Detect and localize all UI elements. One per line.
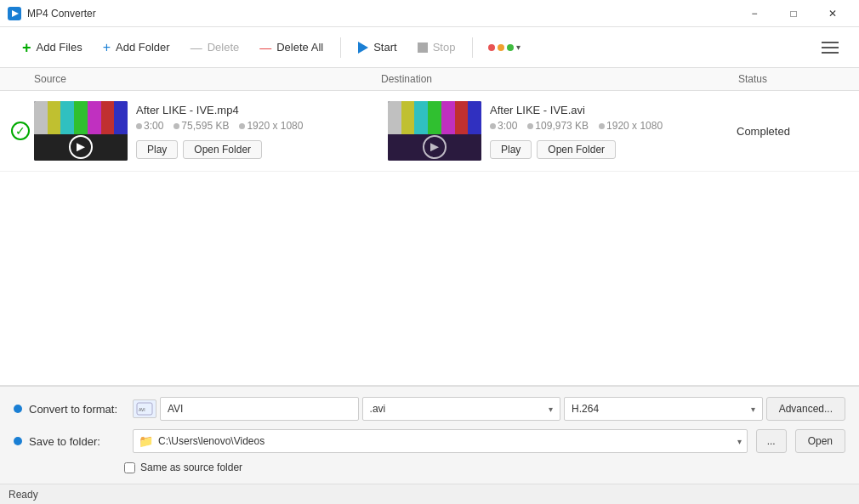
add-files-label: Add Files	[37, 41, 82, 54]
window-controls: − □ ✕	[735, 0, 852, 27]
dot-orange	[498, 44, 504, 51]
svg-text:AVI: AVI	[139, 407, 145, 412]
source-open-folder-button[interactable]: Open Folder	[183, 140, 262, 159]
dest-bar-3	[414, 101, 428, 134]
test-bars	[34, 101, 128, 134]
app-icon	[7, 6, 22, 21]
dots-menu[interactable]: ▾	[481, 37, 527, 57]
add-folder-label: Add Folder	[116, 41, 170, 54]
dest-bar-7	[468, 101, 481, 134]
thumb-logo	[69, 135, 93, 159]
source-file-info: After LIKE - IVE.mp4 3:00 75,595 KB 1920…	[136, 104, 303, 159]
dots-chevron: ▾	[516, 42, 521, 52]
separator-2	[472, 37, 473, 58]
same-as-source-label[interactable]: Same as source folder	[140, 462, 242, 473]
hamburger-line-1	[822, 42, 839, 43]
delete-button[interactable]: — Delete	[182, 36, 248, 59]
format-ext-select-wrapper: .avi ▾ .avi	[362, 397, 561, 421]
file-source: After LIKE - IVE.mp4 3:00 75,595 KB 1920…	[34, 101, 381, 161]
dest-open-folder-button[interactable]: Open Folder	[537, 140, 616, 159]
bar-7	[114, 101, 128, 134]
header-destination: Destination	[374, 73, 731, 85]
folder-input-wrapper: 📁 C:\Users\lenovo\Videos ▾ C:\Users\leno…	[133, 429, 748, 453]
dest-file-meta: 3:00 109,973 KB 1920 x 1080	[490, 120, 663, 132]
bar-3	[60, 101, 74, 134]
add-folder-button[interactable]: + Add Folder	[94, 35, 179, 60]
status-bar: Ready	[0, 484, 859, 504]
dest-bar-2	[401, 101, 415, 134]
hamburger-line-2	[822, 47, 839, 48]
browse-button[interactable]: ...	[756, 429, 787, 453]
dest-thumb-play	[430, 143, 439, 151]
header-status: Status	[731, 73, 859, 85]
start-button[interactable]: Start	[350, 36, 405, 59]
maximize-button[interactable]: □	[774, 0, 813, 27]
bar-6	[101, 101, 115, 134]
dest-test-bottom	[388, 134, 481, 161]
dest-test-pattern	[388, 101, 481, 161]
dest-test-bars	[388, 101, 481, 134]
title-bar: MP4 Converter − □ ✕	[0, 0, 859, 27]
bar-1	[34, 101, 48, 134]
app-title: MP4 Converter	[27, 8, 735, 20]
format-label: Convert to format:	[29, 403, 117, 416]
dest-thumbnail	[388, 101, 481, 161]
dest-file-actions: Play Open Folder	[490, 140, 663, 159]
hamburger-menu[interactable]	[815, 35, 845, 60]
add-folder-icon: +	[103, 40, 111, 55]
dest-meta-dot-2: 109,973 KB	[527, 120, 589, 132]
file-check[interactable]: ✓	[7, 122, 34, 140]
source-play-button[interactable]: Play	[136, 140, 178, 159]
delete-all-button[interactable]: — Delete All	[251, 36, 332, 59]
open-button[interactable]: Open	[795, 429, 845, 453]
dest-meta-dot-3: 1920 x 1080	[599, 120, 663, 132]
file-status: Completed	[730, 125, 852, 138]
hamburger-line-3	[822, 52, 839, 54]
format-dot	[14, 405, 22, 413]
folder-label-group: Save to folder:	[14, 435, 124, 448]
format-select-group: AVI AVI AVI .avi ▾ .avi	[133, 397, 845, 421]
delete-label: Delete	[208, 41, 240, 54]
file-list: ✓	[0, 91, 859, 386]
table-row: ✓	[0, 91, 859, 172]
dest-bar-5	[441, 101, 455, 134]
folder-label: Save to folder:	[29, 435, 100, 448]
add-files-button[interactable]: + Add Files	[14, 35, 91, 60]
dest-play-button[interactable]: Play	[490, 140, 532, 159]
format-row: Convert to format: AVI AVI AVI .avi	[14, 397, 845, 421]
source-file-meta: 3:00 75,595 KB 1920 x 1080	[136, 120, 303, 132]
status-completed-text: Completed	[737, 125, 790, 138]
dest-bar-4	[428, 101, 441, 134]
toolbar: + Add Files + Add Folder — Delete — Dele…	[0, 27, 859, 68]
check-circle-icon: ✓	[11, 122, 30, 140]
source-file-name: After LIKE - IVE.mp4	[136, 104, 303, 116]
dest-file-name: After LIKE - IVE.avi	[490, 104, 663, 116]
format-name-select-wrapper: AVI AVI	[160, 397, 359, 421]
stop-button[interactable]: Stop	[409, 36, 464, 59]
minimize-button[interactable]: −	[735, 0, 774, 27]
header-source: Source	[0, 73, 374, 85]
source-meta-dot-3: 1920 x 1080	[239, 120, 303, 132]
delete-all-label: Delete All	[276, 41, 323, 54]
close-button[interactable]: ✕	[813, 0, 852, 27]
codec-select-wrapper: H.264 ▾ H.264	[564, 397, 763, 421]
dest-bar-1	[388, 101, 401, 134]
dest-file-info: After LIKE - IVE.avi 3:00 109,973 KB 192…	[490, 104, 663, 159]
format-label-group: Convert to format:	[14, 403, 124, 416]
file-destination: After LIKE - IVE.avi 3:00 109,973 KB 192…	[381, 101, 730, 161]
test-bottom	[34, 134, 128, 161]
source-meta-dot-2: 75,595 KB	[174, 120, 229, 132]
start-icon	[358, 42, 368, 54]
start-label: Start	[373, 41, 396, 54]
folder-row: Save to folder: 📁 C:\Users\lenovo\Videos…	[14, 429, 845, 453]
thumb-play	[77, 143, 85, 151]
bar-2	[48, 101, 61, 134]
advanced-button[interactable]: Advanced...	[766, 397, 845, 421]
add-files-icon: +	[22, 40, 31, 55]
status-text: Ready	[9, 489, 38, 501]
dot-green	[507, 44, 514, 51]
same-as-source-checkbox[interactable]	[124, 462, 135, 473]
bottom-panel: Convert to format: AVI AVI AVI .avi	[0, 386, 859, 484]
folder-dot	[14, 437, 22, 445]
source-thumbnail	[34, 101, 128, 161]
